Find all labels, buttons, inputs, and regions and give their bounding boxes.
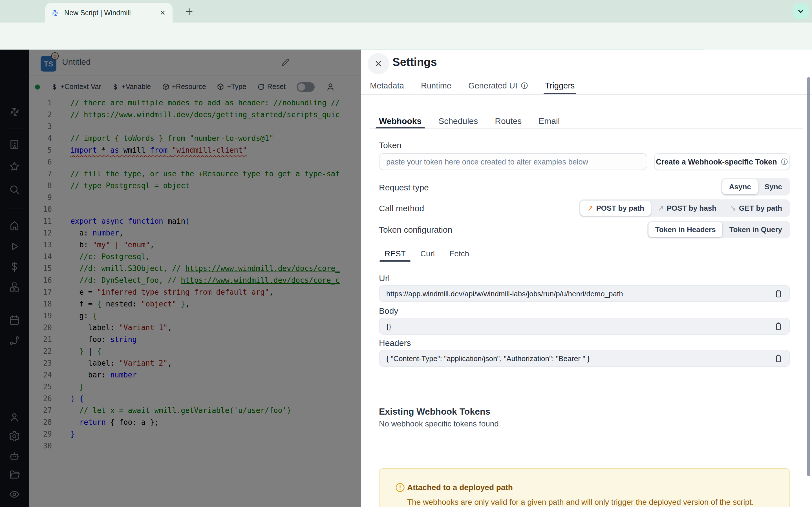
- warning-title: Attached to a deployed path: [407, 483, 513, 492]
- call-method-segment: ↗ POST by path ↗ POST by hash ↘ GET by p…: [579, 200, 790, 217]
- tab-runtime[interactable]: Runtime: [421, 78, 451, 94]
- tab-metadata[interactable]: Metadata: [370, 78, 404, 94]
- existing-tokens-empty: No webhook specific tokens found: [379, 419, 499, 428]
- tab-title: New Script | Windmill: [64, 9, 158, 17]
- request-type-label: Request type: [379, 182, 429, 192]
- new-tab-button[interactable]: [182, 4, 196, 18]
- tab-schedules[interactable]: Schedules: [439, 113, 478, 128]
- url-field[interactable]: https://app.windmill.dev/api/w/windmill-…: [379, 285, 790, 302]
- tabs-divider: [361, 94, 812, 95]
- deployed-path-warning: Attached to a deployed path The webhooks…: [379, 468, 790, 507]
- call-method-post-by-path[interactable]: ↗ POST by path: [580, 201, 651, 216]
- request-type-async[interactable]: Async: [722, 179, 758, 194]
- drawer-backdrop[interactable]: [0, 50, 361, 507]
- tab-rest[interactable]: REST: [385, 246, 406, 261]
- headers-field[interactable]: { "Content-Type": "application/json", "A…: [379, 350, 790, 367]
- tab-search-button[interactable]: [793, 3, 809, 19]
- arrow-up-right-icon: ↗: [587, 204, 594, 212]
- arrow-down-right-icon: ↘: [730, 204, 736, 212]
- browser-toolbar: app.windmill.dev/scripts/add#JTdCJTIyaGF…: [0, 22, 812, 50]
- copy-icon[interactable]: [774, 289, 784, 299]
- arrow-up-right-icon: ↗: [658, 204, 664, 212]
- settings-drawer: Settings Metadata Runtime Generated UI T…: [361, 50, 812, 507]
- request-type-sync[interactable]: Sync: [758, 179, 789, 194]
- token-config-segment: Token in Headers Token in Query: [647, 221, 790, 238]
- token-in-headers[interactable]: Token in Headers: [649, 222, 723, 237]
- screen: New Script | Windmill app.windmill.dev/s…: [0, 0, 812, 507]
- token-input[interactable]: [379, 153, 647, 170]
- tab-fetch[interactable]: Fetch: [449, 246, 469, 261]
- trigger-tabs: Webhooks Schedules Routes Email: [379, 113, 560, 128]
- body-field[interactable]: {}: [379, 318, 790, 335]
- existing-tokens-title: Existing Webhook Tokens: [379, 407, 490, 417]
- call-method-label: Call method: [379, 203, 424, 213]
- warning-text: The webhooks are only valid for a given …: [407, 497, 754, 506]
- tab-triggers[interactable]: Triggers: [545, 78, 574, 94]
- copy-icon[interactable]: [774, 322, 784, 332]
- info-icon: [520, 82, 528, 90]
- token-config-label: Token configuration: [379, 225, 452, 234]
- url-label: Url: [379, 273, 390, 283]
- call-method-post-by-hash[interactable]: ↗ POST by hash: [651, 201, 723, 216]
- drawer-title: Settings: [393, 56, 437, 69]
- info-icon: [780, 158, 788, 166]
- tab-email[interactable]: Email: [539, 113, 560, 128]
- body-label: Body: [379, 306, 398, 316]
- tab-close-icon[interactable]: [158, 8, 167, 17]
- create-webhook-token-button[interactable]: Create a Webhook-specific Token: [654, 153, 790, 170]
- browser-tab[interactable]: New Script | Windmill: [45, 3, 172, 22]
- settings-tabs: Metadata Runtime Generated UI Triggers: [370, 78, 574, 94]
- request-type-segment: Async Sync: [721, 178, 790, 195]
- call-method-get-by-path[interactable]: ↘ GET by path: [723, 201, 789, 216]
- windmill-favicon: [51, 8, 60, 17]
- headers-label: Headers: [379, 338, 411, 348]
- tab-routes[interactable]: Routes: [495, 113, 522, 128]
- tab-webhooks[interactable]: Webhooks: [379, 113, 421, 128]
- token-label: Token: [379, 140, 402, 150]
- example-tabs-divider: [370, 261, 803, 262]
- tab-curl[interactable]: Curl: [420, 246, 435, 261]
- copy-icon[interactable]: [774, 354, 784, 364]
- browser-tabstrip: New Script | Windmill: [0, 0, 812, 22]
- token-in-query[interactable]: Token in Query: [723, 222, 789, 237]
- trigger-tabs-divider: [370, 128, 803, 129]
- drawer-scrollbar[interactable]: [807, 77, 810, 476]
- alert-circle-icon: [395, 482, 405, 493]
- tab-generated-ui[interactable]: Generated UI: [468, 78, 528, 94]
- close-drawer-button[interactable]: [368, 53, 389, 74]
- example-tabs: REST Curl Fetch: [385, 246, 469, 261]
